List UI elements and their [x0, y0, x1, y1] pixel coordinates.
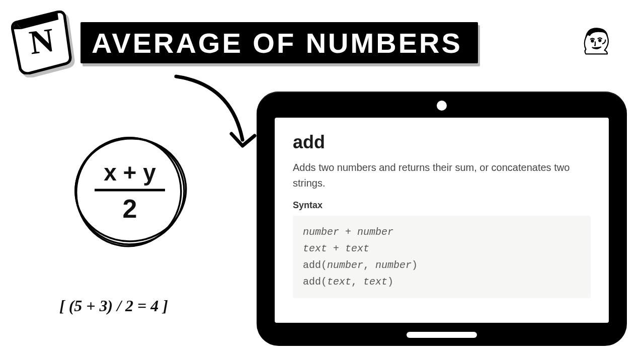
svg-point-2 — [599, 39, 601, 41]
svg-text:N: N — [27, 21, 56, 62]
code-line: add(number, number) — [303, 257, 581, 274]
notion-logo-icon: N — [9, 9, 74, 74]
code-token: text — [303, 243, 327, 254]
code-token: text — [345, 243, 369, 254]
code-token: add( — [303, 276, 327, 288]
syntax-label: Syntax — [293, 200, 591, 211]
code-token: number — [303, 226, 339, 238]
code-token: number — [375, 259, 412, 271]
formula-numerator: x + y — [95, 159, 165, 189]
tablet-home-icon — [407, 332, 477, 338]
formula: x + y 2 — [95, 159, 165, 224]
code-token: number — [357, 226, 393, 238]
code-token: ) — [387, 276, 393, 288]
syntax-code-block: number + number text + text add(number, … — [293, 216, 591, 298]
code-line: text + text — [303, 240, 581, 257]
tablet-screen: add Adds two numbers and returns their s… — [275, 118, 609, 323]
code-token: text — [363, 276, 387, 288]
code-line: add(text, text) — [303, 274, 581, 290]
code-token: number — [327, 259, 363, 271]
code-token: add( — [303, 259, 327, 271]
doc-heading: add — [293, 132, 591, 153]
code-token: ) — [412, 259, 418, 271]
code-token: + — [339, 226, 357, 238]
page-title: AVERAGE OF NUMBERS — [80, 22, 478, 63]
svg-point-1 — [591, 40, 593, 42]
tablet-frame: add Adds two numbers and returns their s… — [257, 92, 627, 346]
doc-description: Adds two numbers and returns their sum, … — [293, 160, 591, 191]
avatar — [577, 25, 614, 62]
page-title-text: AVERAGE OF NUMBERS — [92, 27, 462, 59]
code-token: , — [351, 276, 363, 288]
formula-circle: x + y 2 — [69, 131, 190, 251]
formula-denominator: 2 — [95, 192, 165, 224]
tablet-camera-icon — [437, 101, 447, 111]
code-token: , — [363, 259, 375, 271]
code-line: number + number — [303, 224, 581, 240]
code-token: text — [327, 276, 351, 288]
code-token: + — [327, 243, 345, 254]
example-equation: [ (5 + 3) / 2 = 4 ] — [59, 297, 168, 315]
